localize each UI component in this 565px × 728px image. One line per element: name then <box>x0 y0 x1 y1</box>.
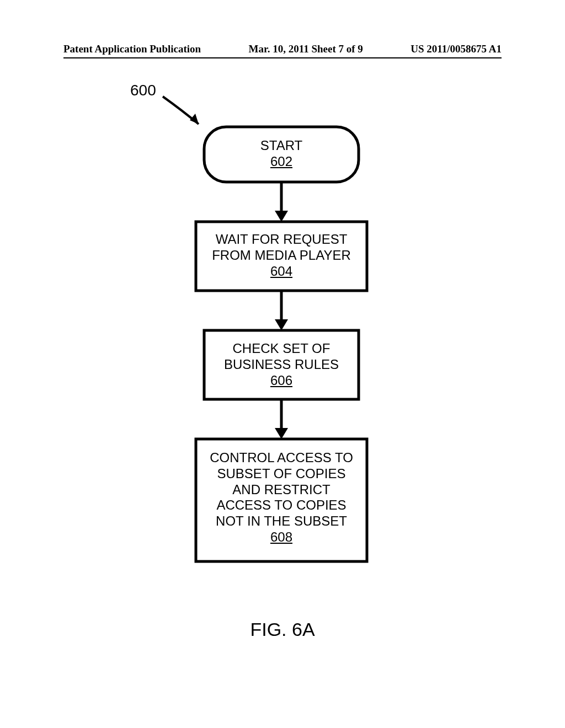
wait-num: 604 <box>196 264 367 280</box>
check-line1: CHECK SET OF <box>204 341 359 357</box>
check-text: CHECK SET OF BUSINESS RULES 606 <box>204 341 359 388</box>
ref-600-label: 600 <box>130 82 156 99</box>
control-num: 608 <box>196 529 367 545</box>
control-line3: AND RESTRICT <box>196 482 367 498</box>
arrowhead-2 <box>275 319 288 330</box>
start-num: 602 <box>204 154 359 170</box>
start-title: START <box>204 138 359 154</box>
check-line2: BUSINESS RULES <box>204 357 359 373</box>
arrowhead-1 <box>275 211 288 222</box>
control-line2: SUBSET OF COPIES <box>196 466 367 482</box>
page: Patent Application Publication Mar. 10, … <box>0 0 565 728</box>
arrowhead-3 <box>275 428 288 439</box>
ref-600-arrow <box>163 97 199 124</box>
svg-marker-1 <box>190 114 199 124</box>
figure-caption: FIG. 6A <box>0 619 565 640</box>
control-line5: NOT IN THE SUBSET <box>196 513 367 529</box>
control-line4: ACCESS TO COPIES <box>196 497 367 513</box>
wait-line1: WAIT FOR REQUEST <box>196 232 367 248</box>
wait-line2: FROM MEDIA PLAYER <box>196 248 367 264</box>
start-text: START 602 <box>204 138 359 170</box>
check-num: 606 <box>204 373 359 389</box>
control-line1: CONTROL ACCESS TO <box>196 450 367 466</box>
control-text: CONTROL ACCESS TO SUBSET OF COPIES AND R… <box>196 450 367 545</box>
wait-text: WAIT FOR REQUEST FROM MEDIA PLAYER 604 <box>196 232 367 279</box>
